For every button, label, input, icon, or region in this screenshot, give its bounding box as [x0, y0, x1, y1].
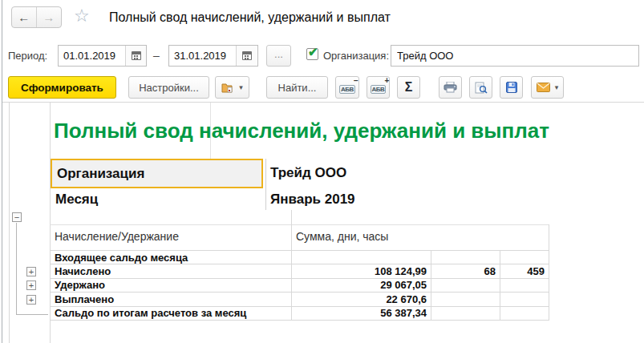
- group-expand-button-nachisleno[interactable]: +: [26, 267, 36, 276]
- org-checkbox[interactable]: ✔: [306, 48, 318, 60]
- settings-button[interactable]: Настройки...: [128, 76, 209, 99]
- app-window: ← → ☆ Полный свод начислений, удержаний …: [0, 0, 644, 343]
- dropdown-arrow-icon: ▾: [239, 83, 243, 91]
- tree-line-horizontal: [16, 314, 48, 315]
- group-expand-button-vyplacheno[interactable]: +: [26, 295, 36, 305]
- checkmark-icon: ✔: [308, 45, 318, 59]
- window-title: Полный свод начислений, удержаний и выпл…: [109, 10, 391, 25]
- report-title[interactable]: Полный свод начислений, удержаний и выпл…: [54, 119, 549, 143]
- date-from-input[interactable]: [59, 46, 125, 66]
- table-row[interactable]: Сальдо по итогам расчетов за месяц 56 38…: [50, 307, 549, 321]
- generate-button[interactable]: Сформировать: [8, 76, 116, 99]
- nav-history-group: ← →: [11, 6, 62, 28]
- collapse-groups-button[interactable]: АБВ −: [335, 76, 359, 99]
- calendar-icon: [242, 51, 252, 60]
- preview-button[interactable]: [469, 76, 492, 99]
- forward-icon: →: [43, 10, 55, 24]
- date-to-input[interactable]: [169, 46, 236, 66]
- table-row[interactable]: Выплачено 22 670,6: [50, 293, 549, 306]
- org-label: Организация:: [323, 50, 389, 62]
- save-icon: [506, 82, 517, 93]
- org-value-grid-line: [265, 159, 266, 210]
- sum-button[interactable]: Σ: [397, 76, 420, 99]
- group-collapse-button[interactable]: −: [12, 212, 22, 222]
- print-button[interactable]: [439, 76, 462, 99]
- org-input[interactable]: [391, 46, 638, 66]
- table-row[interactable]: Начислено 108 124,99 68 459: [50, 264, 549, 278]
- forward-button[interactable]: →: [37, 7, 62, 27]
- report-left-border: [9, 102, 10, 343]
- sigma-icon: Σ: [405, 80, 413, 95]
- report-org-cell-selected[interactable]: Организация: [51, 159, 263, 188]
- column-header-sum[interactable]: Сумма, дни, часы: [296, 230, 388, 243]
- save-button[interactable]: [500, 76, 523, 99]
- report-org-value[interactable]: Трейд ООО: [270, 165, 346, 181]
- printer-icon: [444, 82, 457, 93]
- date-from-calendar-button[interactable]: [125, 46, 146, 66]
- dropdown-arrow-icon: ▾: [555, 83, 559, 91]
- settings-variants-button[interactable]: ▾: [215, 76, 249, 99]
- calendar-icon: [132, 51, 141, 60]
- group-expand-button-uderzhano[interactable]: +: [26, 280, 36, 290]
- report-table: Входящее сальдо месяца Начислено 108 124…: [50, 250, 549, 321]
- table-row[interactable]: Удержано 29 067,05: [50, 279, 549, 293]
- expand-groups-button[interactable]: АБВ +: [367, 76, 390, 99]
- org-field: [391, 45, 639, 67]
- mail-icon: [537, 83, 550, 92]
- back-icon: ←: [18, 10, 30, 24]
- date-to-calendar-button[interactable]: [236, 46, 257, 66]
- column-header-accrual[interactable]: Начисление/Удержание: [55, 230, 179, 243]
- period-label: Период:: [8, 50, 47, 62]
- report-top-border: [2, 102, 644, 103]
- date-range-dash: –: [153, 49, 160, 62]
- preview-icon: [475, 82, 488, 94]
- header-top-line: [50, 224, 549, 225]
- period-more-button[interactable]: ...: [266, 45, 291, 67]
- window-left-border: [2, 0, 2, 343]
- tree-line-vertical: [16, 223, 17, 315]
- column-line-right: [549, 224, 549, 321]
- date-from-field: [58, 45, 147, 67]
- expand-groups-icon: АБВ +: [371, 82, 387, 94]
- collapse-groups-icon: АБВ −: [339, 82, 355, 94]
- date-to-field: [168, 45, 258, 67]
- report-month-value[interactable]: Январь 2019: [270, 192, 355, 208]
- table-row[interactable]: Входящее сальдо месяца: [50, 251, 549, 264]
- find-button[interactable]: Найти...: [266, 76, 328, 99]
- report-month-label[interactable]: Месяц: [55, 192, 98, 208]
- folder-copy-icon: [221, 83, 234, 93]
- send-mail-button[interactable]: ▾: [531, 76, 564, 99]
- back-button[interactable]: ←: [12, 7, 37, 27]
- favorites-star-icon[interactable]: ☆: [74, 6, 90, 26]
